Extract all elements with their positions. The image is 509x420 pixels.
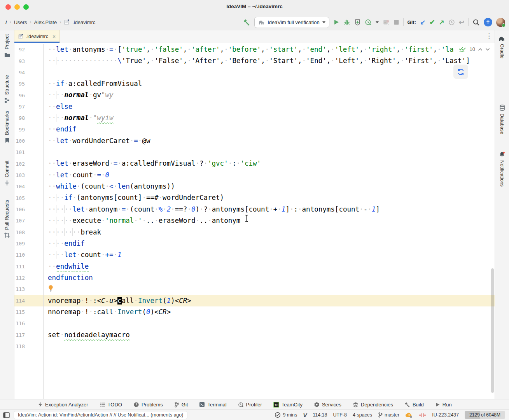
line-number-109[interactable]: 109 xyxy=(14,238,44,249)
search-everywhere-icon[interactable] xyxy=(472,19,480,26)
git-branch-widget[interactable]: master xyxy=(378,412,399,418)
code-text-110[interactable]: ····let·count·+=·1 xyxy=(44,249,495,261)
tab-ideavimrc[interactable]: .ideavimrc × xyxy=(14,30,60,43)
settings-sync-cloud-icon[interactable] xyxy=(405,412,413,418)
code-text-104[interactable]: ··while·(count·<·len(antonyms)) xyxy=(44,181,495,192)
code-text-97[interactable]: ··else xyxy=(44,101,495,112)
code-text-103[interactable]: ··let·count·=·0 xyxy=(44,170,495,181)
breadcrumb-user-dir[interactable]: Alex.Plate xyxy=(34,19,57,25)
line-number-113[interactable]: 113 xyxy=(14,284,44,295)
line-number-94[interactable]: 94 xyxy=(14,67,44,78)
status-message[interactable]: IdeaVim: Action id: VimFindActionIdActio… xyxy=(14,411,187,419)
line-number-93[interactable]: 93 xyxy=(14,55,44,66)
line-number-114[interactable]: 114 xyxy=(14,295,44,306)
rollback-icon[interactable]: ↩ xyxy=(459,19,464,26)
breadcrumb-file[interactable]: .ideavimrc xyxy=(72,19,95,25)
code-text-107[interactable]: ······execute·'normal·'·..·eraseWord·..·… xyxy=(44,215,495,226)
line-number-112[interactable]: 112 xyxy=(14,272,44,284)
toolbar-build[interactable]: Build xyxy=(404,402,424,408)
profiler-dropdown-icon[interactable] xyxy=(376,21,379,23)
toolbar-dependencies[interactable]: Dependencies xyxy=(353,402,393,408)
toolbar-profiler[interactable]: Profiler xyxy=(238,402,262,408)
code-text-105[interactable]: ····if·(antonyms[count]·==#·wordUnderCar… xyxy=(44,192,495,203)
line-number-115[interactable]: 115 xyxy=(14,306,44,318)
sidebar-item-structure[interactable]: Structure xyxy=(4,75,10,103)
prev-problem-chevron-icon[interactable] xyxy=(478,48,483,51)
line-number-118[interactable]: 118 xyxy=(14,341,44,352)
line-number-99[interactable]: 99 xyxy=(14,124,44,135)
sidebar-item-database[interactable]: Database xyxy=(499,105,505,135)
next-problem-chevron-icon[interactable] xyxy=(485,48,490,51)
toolbar-run[interactable]: Run xyxy=(435,402,452,408)
memory-indicator[interactable]: 2129 of 6048M xyxy=(465,411,505,419)
code-text-102[interactable]: ··let·eraseWord·=·a:calledFromVisual·?·'… xyxy=(44,158,495,169)
code-text-118[interactable] xyxy=(44,341,495,352)
tool-window-toggle-icon[interactable] xyxy=(3,412,10,418)
sidebar-item-pull-requests[interactable]: Pull Requests xyxy=(4,200,10,238)
inspections-widget[interactable]: 10 xyxy=(457,45,492,53)
session-time-widget[interactable]: 9 mins xyxy=(275,412,297,418)
line-number-103[interactable]: 103 xyxy=(14,170,44,181)
breadcrumb-users[interactable]: Users xyxy=(14,19,27,25)
toolbar-problems[interactable]: Problems xyxy=(133,402,163,408)
debug-button[interactable] xyxy=(343,19,350,26)
line-number-108[interactable]: 108 xyxy=(14,227,44,238)
ide-build-widget[interactable]: IU-223.2437 xyxy=(432,412,459,418)
sidebar-item-commit[interactable]: Commit xyxy=(4,161,10,186)
toolbar-exception-analyzer[interactable]: Exception Analyzer xyxy=(38,402,88,408)
line-number-95[interactable]: 95 xyxy=(14,78,44,89)
sidebar-item-notifications[interactable]: Notifications xyxy=(499,151,505,187)
line-number-111[interactable]: 111 xyxy=(14,261,44,272)
toolbar-todo[interactable]: TODO xyxy=(100,402,122,408)
code-text-95[interactable]: ··if·a:calledFromVisual xyxy=(44,78,495,89)
line-number-110[interactable]: 110 xyxy=(14,249,44,261)
line-number-97[interactable]: 97 xyxy=(14,101,44,112)
code-text-93[interactable]: ·················\'True',·'False',·'Afte… xyxy=(44,55,495,66)
line-number-105[interactable]: 105 xyxy=(14,192,44,203)
profiler-run-button[interactable] xyxy=(365,19,372,26)
line-number-116[interactable]: 116 xyxy=(14,318,44,329)
line-number-96[interactable]: 96 xyxy=(14,89,44,101)
line-number-107[interactable]: 107 xyxy=(14,215,44,226)
line-number-101[interactable]: 101 xyxy=(14,147,44,158)
toolbar-terminal[interactable]: Terminal xyxy=(199,402,226,408)
code-text-96[interactable]: ····normal·gv"wy xyxy=(44,89,495,101)
ideavim-track-action-icon[interactable] xyxy=(419,413,426,418)
code-text-114[interactable]: vnoremap·!·:<C-u>call·Invert(1)<CR> xyxy=(44,295,495,306)
line-number-98[interactable]: 98 xyxy=(14,112,44,124)
caret-position-widget[interactable]: 114:18 xyxy=(313,412,327,418)
code-editor[interactable]: 92··let·antonyms·=·['true',·'false',·'af… xyxy=(14,43,495,399)
indent-widget[interactable]: 4 spaces xyxy=(353,412,372,418)
breadcrumb-root[interactable]: / xyxy=(5,19,7,25)
line-number-102[interactable]: 102 xyxy=(14,158,44,169)
code-text-112[interactable]: endfunction xyxy=(44,272,495,284)
code-text-111[interactable]: ··endwhile xyxy=(44,261,495,272)
code-text-109[interactable]: ····endif xyxy=(44,238,495,249)
build-hammer-icon[interactable] xyxy=(243,19,250,26)
intention-bulb-icon[interactable] xyxy=(48,285,54,293)
sidebar-item-bookmarks[interactable]: Bookmarks xyxy=(4,111,10,144)
toolbar-services[interactable]: Services xyxy=(314,402,341,408)
code-text-94[interactable] xyxy=(44,67,495,78)
encoding-widget[interactable]: UTF-8 xyxy=(333,412,347,418)
git-push-icon[interactable]: ↗ xyxy=(439,19,444,26)
update-available-icon[interactable] xyxy=(484,18,492,26)
run-configuration-select[interactable]: IdeaVim full verification xyxy=(254,17,329,28)
close-tab-icon[interactable]: × xyxy=(52,33,56,40)
code-text-101[interactable] xyxy=(44,147,495,158)
line-number-117[interactable]: 117 xyxy=(14,329,44,341)
gradle-reload-button[interactable] xyxy=(453,65,468,79)
line-number-100[interactable]: 100 xyxy=(14,135,44,147)
code-text-92[interactable]: ··let·antonyms·=·['true',·'false',·'afte… xyxy=(44,44,495,55)
toolbar-git[interactable]: Git xyxy=(174,402,188,408)
code-text-116[interactable] xyxy=(44,318,495,329)
run-button[interactable] xyxy=(333,19,339,25)
git-update-icon[interactable]: ↙ xyxy=(420,19,425,26)
code-text-98[interactable]: ····normal·"wyiw xyxy=(44,112,495,124)
code-text-117[interactable]: set·noideadelaymacro xyxy=(44,329,495,341)
code-text-100[interactable]: ··let·wordUnderCaret·=·@w xyxy=(44,135,495,147)
run-with-coverage-button[interactable] xyxy=(354,19,361,26)
editor-scrollbar-thumb[interactable] xyxy=(491,268,494,393)
code-empty[interactable] xyxy=(44,352,495,399)
toolbar-teamcity[interactable]: TC TeamCity xyxy=(273,402,303,408)
